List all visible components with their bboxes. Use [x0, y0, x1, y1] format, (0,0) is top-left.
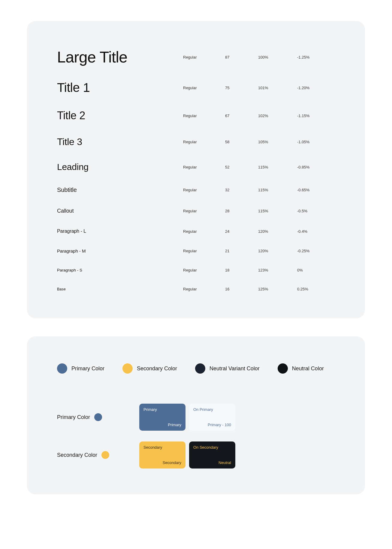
type-spec-tracking: -0.65%	[297, 188, 327, 192]
type-spec-tracking: -1.25%	[297, 55, 327, 59]
type-spec-weight: Regular	[183, 55, 225, 59]
type-spec-line: 101%	[258, 86, 297, 90]
type-style-name: Subtitle	[57, 187, 183, 193]
type-spec-size: 75	[225, 86, 258, 90]
type-row: SubtitleRegular32115%-0.65%	[57, 187, 335, 193]
type-spec-weight: Regular	[183, 229, 225, 234]
color-chip: SecondarySecondary	[139, 441, 185, 469]
color-section: Primary ColorPrimaryPrimaryOn PrimaryPri…	[57, 404, 335, 431]
type-row: CalloutRegular28115%-0.5%	[57, 208, 335, 214]
type-spec-size: 58	[225, 140, 258, 144]
type-spec-line: 100%	[258, 55, 297, 59]
type-spec-weight: Regular	[183, 86, 225, 90]
color-swatch-icon	[94, 413, 102, 421]
color-chip-bottom-label: Primary	[168, 423, 181, 427]
type-spec-size: 87	[225, 55, 258, 59]
type-spec-tracking: 0%	[297, 268, 327, 272]
type-spec-line: 102%	[258, 114, 297, 118]
type-spec-weight: Regular	[183, 249, 225, 253]
color-section-label: Secondary Color	[57, 452, 97, 458]
type-style-name: Callout	[57, 208, 183, 214]
type-style-name: Paragraph - S	[57, 268, 183, 272]
type-spec-size: 32	[225, 188, 258, 192]
color-chip-bottom-label: Primary - 100	[208, 423, 231, 427]
color-chip: On SecondaryNeutral	[189, 441, 235, 469]
legend-item: Neutral Variant Color	[195, 363, 260, 374]
color-chip-bottom-label: Secondary	[163, 460, 181, 465]
legend-label: Neutral Variant Color	[210, 365, 260, 372]
color-swatch-icon	[195, 363, 205, 374]
type-spec-size: 67	[225, 114, 258, 118]
color-swatch-icon	[122, 363, 133, 374]
color-chip: PrimaryPrimary	[139, 404, 185, 431]
legend-item: Secondary Color	[122, 363, 177, 374]
type-spec-tracking: -1.15%	[297, 114, 327, 118]
type-row: Title 1Regular75101%-1.20%	[57, 80, 335, 95]
color-chip: On PrimaryPrimary - 100	[189, 404, 235, 431]
type-spec-tracking: 0.25%	[297, 287, 327, 291]
type-spec-tracking: -1.05%	[297, 140, 327, 144]
type-spec-size: 16	[225, 287, 258, 291]
type-row: Paragraph - LRegular24120%-0.4%	[57, 229, 335, 234]
legend-label: Primary Color	[71, 365, 104, 372]
type-row: Paragraph - MRegular21120%-0.25%	[57, 248, 335, 253]
type-style-name: Paragraph - L	[57, 229, 183, 234]
color-section-head: Secondary Color	[57, 451, 120, 459]
type-spec-line: 115%	[258, 165, 297, 169]
type-spec-tracking: -0.4%	[297, 229, 327, 234]
type-spec-line: 120%	[258, 229, 297, 234]
color-section: Secondary ColorSecondarySecondaryOn Seco…	[57, 441, 335, 469]
type-spec-size: 52	[225, 165, 258, 169]
type-spec-weight: Regular	[183, 268, 225, 272]
typography-panel: Large TitleRegular87100%-1.25%Title 1Reg…	[27, 21, 365, 318]
type-spec-weight: Regular	[183, 114, 225, 118]
type-spec-tracking: -0.85%	[297, 165, 327, 169]
type-spec-line: 123%	[258, 268, 297, 272]
color-swatch-icon	[57, 363, 67, 374]
color-sections: Primary ColorPrimaryPrimaryOn PrimaryPri…	[57, 404, 335, 469]
type-spec-size: 21	[225, 249, 258, 253]
type-row: Title 2Regular67102%-1.15%	[57, 109, 335, 122]
type-row: LeadingRegular52115%-0.85%	[57, 162, 335, 172]
type-spec-tracking: -1.20%	[297, 86, 327, 90]
colors-panel: Primary ColorSecondary ColorNeutral Vari…	[27, 336, 365, 494]
type-spec-weight: Regular	[183, 188, 225, 192]
type-spec-line: 115%	[258, 209, 297, 213]
color-chips: PrimaryPrimaryOn PrimaryPrimary - 100	[139, 404, 235, 431]
type-style-name: Base	[57, 287, 183, 291]
type-spec-line: 105%	[258, 140, 297, 144]
type-spec-line: 125%	[258, 287, 297, 291]
legend-item: Primary Color	[57, 363, 104, 374]
legend-item: Neutral Color	[278, 363, 324, 374]
color-chip-top-label: Primary	[143, 407, 157, 412]
type-spec-weight: Regular	[183, 165, 225, 169]
type-spec-size: 24	[225, 229, 258, 234]
type-spec-size: 18	[225, 268, 258, 272]
type-row: Large TitleRegular87100%-1.25%	[57, 48, 335, 66]
type-row: Paragraph - SRegular18123%0%	[57, 268, 335, 272]
color-chip-bottom-label: Neutral	[219, 460, 231, 465]
type-spec-line: 120%	[258, 249, 297, 253]
type-style-name: Title 1	[57, 80, 183, 95]
type-spec-tracking: -0.5%	[297, 209, 327, 213]
type-style-name: Title 3	[57, 136, 183, 147]
type-spec-size: 28	[225, 209, 258, 213]
color-section-label: Primary Color	[57, 414, 90, 420]
color-chip-top-label: On Primary	[193, 407, 213, 412]
color-swatch-icon	[101, 451, 109, 459]
type-spec-weight: Regular	[183, 140, 225, 144]
type-style-name: Large Title	[57, 48, 183, 66]
typography-table: Large TitleRegular87100%-1.25%Title 1Reg…	[57, 48, 335, 291]
type-spec-line: 115%	[258, 188, 297, 192]
type-row: BaseRegular16125%0.25%	[57, 287, 335, 291]
type-style-name: Paragraph - M	[57, 248, 183, 253]
type-style-name: Title 2	[57, 109, 183, 122]
color-chips: SecondarySecondaryOn SecondaryNeutral	[139, 441, 235, 469]
legend-label: Secondary Color	[137, 365, 177, 372]
color-chip-top-label: On Secondary	[193, 445, 218, 450]
type-row: Title 3Regular58105%-1.05%	[57, 136, 335, 147]
type-spec-weight: Regular	[183, 287, 225, 291]
color-section-head: Primary Color	[57, 413, 120, 421]
color-legend: Primary ColorSecondary ColorNeutral Vari…	[57, 363, 335, 374]
type-spec-tracking: -0.25%	[297, 249, 327, 253]
